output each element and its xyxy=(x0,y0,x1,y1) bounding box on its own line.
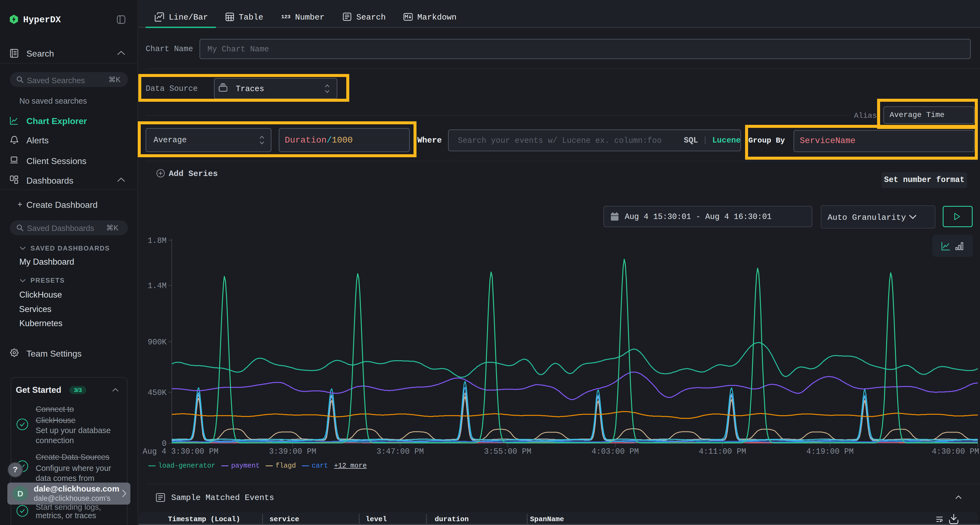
svg-text:4:30:00 PM: 4:30:00 PM xyxy=(932,447,979,456)
svg-text:4:19:00 PM: 4:19:00 PM xyxy=(806,447,854,456)
svg-text:3:39:00 PM: 3:39:00 PM xyxy=(269,447,316,456)
svg-text:4:11:00 PM: 4:11:00 PM xyxy=(699,447,746,456)
svg-text:450K: 450K xyxy=(148,389,167,397)
svg-text:1.4M: 1.4M xyxy=(148,282,167,290)
svg-text:3:47:00 PM: 3:47:00 PM xyxy=(377,447,424,456)
svg-text:Aug 4 3:30:00 PM: Aug 4 3:30:00 PM xyxy=(143,447,218,456)
svg-text:4:03:00 PM: 4:03:00 PM xyxy=(592,447,639,456)
svg-text:1.8M: 1.8M xyxy=(148,236,167,245)
svg-text:3:55:00 PM: 3:55:00 PM xyxy=(484,447,531,456)
svg-text:900K: 900K xyxy=(148,338,167,347)
